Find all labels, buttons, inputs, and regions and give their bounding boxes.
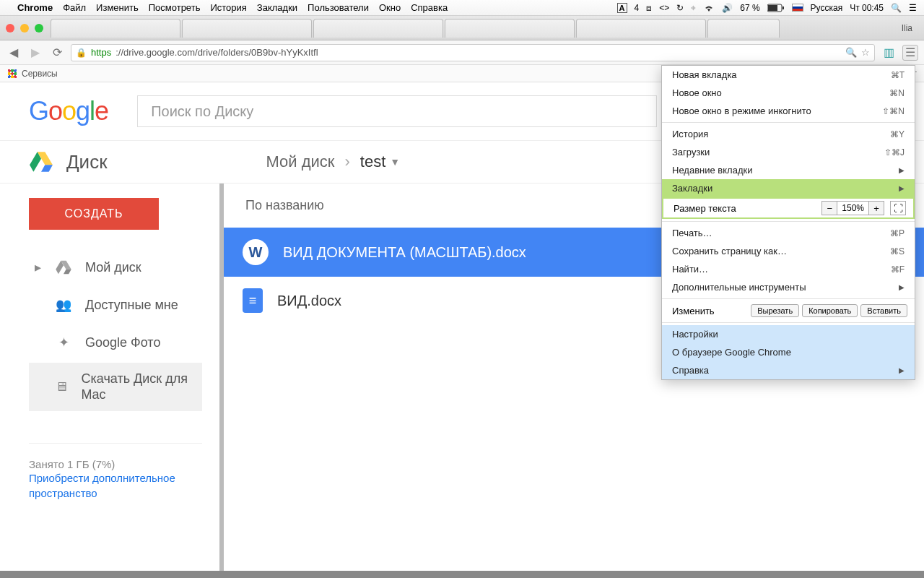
storage-used: Занято 1 ГБ (7%) — [29, 458, 202, 470]
chevron-right-icon: › — [344, 152, 349, 171]
menu-recent-tabs[interactable]: Недавние вкладки — [662, 161, 915, 179]
menu-view[interactable]: Посмотреть — [149, 2, 201, 13]
menu-incognito[interactable]: Новое окно в режиме инкогнито⇧⌘N — [662, 102, 915, 120]
cut-button[interactable]: Вырезать — [751, 304, 799, 317]
menu-new-window[interactable]: Новое окно⌘N — [662, 84, 915, 102]
breadcrumb-current[interactable]: test ▼ — [360, 152, 400, 171]
menu-users[interactable]: Пользователи — [308, 2, 369, 13]
sidebar-item-download[interactable]: 🖥 Скачать Диск для Mac — [29, 363, 202, 411]
zoom-in-button[interactable]: + — [868, 201, 884, 215]
menu-bookmarks[interactable]: Закладки — [662, 179, 915, 197]
menu-zoom: Размер текста − 150% + ⛶ — [662, 197, 915, 219]
battery-pct: 67 % — [740, 3, 759, 13]
drive-sidebar: СОЗДАТЬ ▸ Мой диск 👥 Доступные мне ✦ Goo… — [0, 184, 217, 571]
bookmark-star-icon[interactable]: ☆ — [861, 47, 870, 58]
zoom-value: 150% — [837, 201, 868, 215]
sync-icon[interactable]: ↻ — [676, 3, 684, 13]
browser-tab[interactable] — [445, 19, 575, 38]
menu-bookmarks[interactable]: Закладки — [257, 2, 297, 13]
window-zoom-button[interactable] — [35, 24, 43, 33]
status-num: 4 — [635, 3, 640, 13]
code-icon[interactable]: <> — [659, 3, 669, 13]
address-bar[interactable]: 🔒 https://drive.google.com/drive/folders… — [71, 44, 875, 61]
wifi-icon[interactable] — [703, 4, 715, 12]
mac-menubar: Chrome Файл Изменить Посмотреть История … — [0, 0, 924, 16]
window-chrome: Ilia — [0, 16, 924, 40]
chrome-menu-button[interactable]: ☰ — [902, 45, 918, 61]
zoom-indicator-icon[interactable]: 🔍 — [845, 47, 857, 58]
back-button[interactable]: ◀ — [6, 45, 22, 61]
window-close-button[interactable] — [6, 24, 14, 33]
profile-name[interactable]: Ilia — [896, 23, 918, 33]
browser-tab[interactable] — [707, 19, 780, 38]
menu-edit[interactable]: Изменить — [96, 2, 139, 13]
sidebar-item-mydrive[interactable]: ▸ Мой диск — [29, 250, 202, 285]
input-lang[interactable]: Русская — [811, 3, 843, 13]
zoom-out-button[interactable]: − — [821, 201, 837, 215]
clock[interactable]: Чт 00:45 — [850, 3, 884, 13]
browser-tab[interactable] — [182, 19, 312, 38]
browser-tab[interactable] — [51, 19, 180, 38]
menu-window[interactable]: Окно — [379, 2, 401, 13]
apps-icon[interactable] — [7, 69, 17, 79]
menu-settings[interactable]: Настройки — [662, 325, 915, 343]
menu-file[interactable]: Файл — [63, 2, 86, 13]
spotlight-icon[interactable]: 🔍 — [891, 3, 902, 13]
file-name: ВИД ДОКУМЕНТА (МАСШТАБ).docx — [283, 244, 526, 261]
menu-help[interactable]: Справка — [662, 361, 915, 379]
url-path: ://drive.google.com/drive/folders/0B9bv-… — [116, 47, 318, 58]
dropbox-icon[interactable]: ⧈ — [646, 3, 652, 13]
breadcrumb-root[interactable]: Мой диск — [266, 152, 335, 171]
copy-button[interactable]: Копировать — [802, 304, 858, 317]
forward-button[interactable]: ▶ — [27, 45, 43, 61]
paste-button[interactable]: Вставить — [860, 304, 907, 317]
fullscreen-button[interactable]: ⛶ — [890, 201, 906, 215]
menu-new-tab[interactable]: Новая вкладка⌘T — [662, 66, 915, 84]
sidebar-item-label: Доступные мне — [85, 298, 178, 313]
google-logo[interactable]: Google — [29, 96, 108, 126]
bottom-strip — [0, 571, 924, 578]
create-button[interactable]: СОЗДАТЬ — [29, 198, 159, 230]
google-doc-icon — [243, 288, 263, 313]
flag-icon[interactable] — [792, 4, 803, 12]
app-name[interactable]: Chrome — [17, 2, 53, 13]
drive-icon — [53, 259, 74, 276]
bluetooth-icon[interactable]: ⌖ — [691, 3, 696, 13]
word-doc-icon: W — [243, 239, 269, 265]
menu-history[interactable]: История — [210, 2, 246, 13]
window-minimize-button[interactable] — [20, 24, 29, 33]
menu-edit-row: Изменить Вырезать Копировать Вставить — [662, 301, 915, 320]
browser-tab[interactable] — [576, 19, 706, 38]
breadcrumb: Мой диск › test ▼ — [266, 152, 401, 171]
svg-marker-4 — [41, 165, 53, 172]
browser-toolbar: ◀ ▶ ⟳ 🔒 https://drive.google.com/drive/f… — [0, 40, 924, 65]
menu-print[interactable]: Печать…⌘P — [662, 224, 915, 242]
menu-more-tools[interactable]: Дополнительные инструменты — [662, 278, 915, 296]
drive-search-input[interactable]: Поиск по Диску — [137, 95, 657, 127]
menu-about[interactable]: О браузере Google Chrome — [662, 343, 915, 361]
file-name: ВИД.docx — [277, 293, 341, 309]
menu-edit-label: Изменить — [672, 306, 715, 316]
adobe-icon[interactable]: A — [617, 3, 627, 13]
url-scheme: https — [91, 47, 111, 58]
battery-icon[interactable] — [767, 4, 785, 12]
monitor-icon: 🖥 — [53, 379, 70, 396]
browser-tab[interactable] — [313, 19, 443, 38]
sidebar-item-photos[interactable]: ✦ Google Фото — [29, 325, 202, 360]
tab-strip — [51, 19, 896, 38]
menu-help[interactable]: Справка — [411, 2, 448, 13]
bookmarks-services[interactable]: Сервисы — [22, 69, 58, 79]
drive-title[interactable]: Диск — [66, 151, 108, 173]
storage-upgrade-link[interactable]: Приобрести дополнительное пространство — [29, 470, 202, 501]
people-icon: 👥 — [53, 296, 74, 314]
menu-find[interactable]: Найти…⌘F — [662, 260, 915, 278]
menu-save-as[interactable]: Сохранить страницу как…⌘S — [662, 242, 915, 260]
menu-history[interactable]: История⌘Y — [662, 125, 915, 143]
sidebar-item-shared[interactable]: 👥 Доступные мне — [29, 288, 202, 322]
notification-center-icon[interactable]: ☰ — [909, 3, 917, 13]
extension-icon[interactable]: ▥ — [881, 45, 897, 61]
reload-button[interactable]: ⟳ — [49, 45, 65, 61]
volume-icon[interactable]: 🔊 — [722, 3, 733, 13]
menu-downloads[interactable]: Загрузки⇧⌘J — [662, 143, 915, 161]
chevron-down-icon: ▼ — [390, 156, 400, 168]
